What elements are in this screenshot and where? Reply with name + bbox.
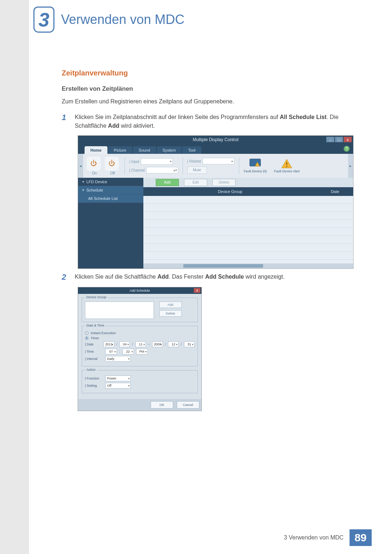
input-select[interactable]: ▾ <box>141 158 173 165</box>
chevron-down-icon: ▾ <box>170 160 172 163</box>
interval-select[interactable]: Daily▾ <box>105 356 131 362</box>
section-heading: Zeitplanverwaltung <box>62 69 359 77</box>
setting-label: | Setting <box>85 384 103 387</box>
ok-button[interactable]: OK <box>151 401 173 409</box>
device-add-button[interactable]: Add <box>159 301 182 308</box>
add-schedule-dialog-screenshot: Add Schedule x Device Group Add Delete D… <box>78 287 202 411</box>
tab-picture[interactable]: Picture <box>108 146 132 154</box>
spinner-icon: ▸ <box>232 159 233 163</box>
radio-instant-execution[interactable] <box>85 331 89 335</box>
subsection-heading: Erstellen von Zeitplänen <box>62 85 359 93</box>
action-button-row: Add Edit Delete <box>143 178 353 187</box>
column-device-group: Device Group <box>143 189 317 194</box>
chapter-number-badge: 3 <box>33 7 54 33</box>
left-margin-strip <box>0 0 29 554</box>
setting-select[interactable]: Off▾ <box>105 383 131 389</box>
page-footer: 3 Verwenden von MDC 89 <box>284 529 372 546</box>
tab-system[interactable]: System <box>157 146 182 154</box>
sidebar-item-schedule[interactable]: ▾Schedule <box>78 186 143 194</box>
channel-spinner[interactable]: ▴▾ <box>146 167 178 173</box>
tab-sound[interactable]: Sound <box>133 146 156 154</box>
power-on-button[interactable]: ⏻ <box>87 157 101 171</box>
device-delete-button[interactable]: Delete <box>159 310 182 317</box>
sidebar-item-all-schedule-list[interactable]: All Schedule List <box>78 194 143 203</box>
function-select[interactable]: Power▾ <box>105 376 131 381</box>
tab-home[interactable]: Home <box>85 146 107 154</box>
add-button[interactable]: Add <box>156 179 179 186</box>
dialog-footer: OK Cancel <box>78 399 201 411</box>
step-2-text: Klicken Sie auf die Schaltfläche Add. Da… <box>75 272 285 282</box>
dialog-title: Add Schedule <box>130 289 150 292</box>
device-group-legend: Device Group <box>85 295 108 299</box>
date-month-start[interactable]: 04▾ <box>119 341 130 347</box>
scrollbar-thumb[interactable] <box>183 264 263 268</box>
step-number-1: 1 <box>62 113 70 130</box>
horizontal-scrollbar[interactable] <box>143 263 353 268</box>
date-time-fieldset: Date & Time Instant Execution Timer | Da… <box>82 326 198 366</box>
power-on-label: On <box>87 171 102 175</box>
tab-tool[interactable]: Tool <box>182 146 201 154</box>
svg-point-2 <box>286 166 287 167</box>
spinner-icon: ▴▾ <box>173 168 177 172</box>
triangle-down-icon: ▾ <box>82 180 84 184</box>
action-legend: Action <box>85 368 97 372</box>
device-group-list[interactable] <box>85 301 154 319</box>
power-off-label: Off <box>105 171 120 175</box>
time-ampm[interactable]: PM▾ <box>136 349 148 354</box>
intro-paragraph: Zum Erstellen und Registrieren eines Zei… <box>62 98 359 106</box>
toolbar-separator <box>239 157 239 174</box>
window-title: Multiple Display Control <box>78 137 353 142</box>
maximize-button[interactable]: □ <box>335 137 343 142</box>
action-fieldset: Action | Function Power▾ | Setting Off▾ <box>82 370 198 393</box>
window-titlebar: Multiple Display Control – □ x <box>78 136 353 144</box>
date-day-end[interactable]: 31▾ <box>184 341 195 347</box>
date-day-start[interactable]: 11▾ <box>135 341 146 347</box>
date-label: | Date <box>85 342 101 346</box>
minimize-button[interactable]: – <box>326 137 334 142</box>
volume-label: | Volume <box>187 159 201 163</box>
footer-text: 3 Verwenden von MDC <box>284 534 344 541</box>
time-minute[interactable]: 22▾ <box>122 349 134 354</box>
toolbar-scroll-right[interactable]: ▸ <box>348 154 353 178</box>
column-date: Date <box>317 189 353 194</box>
dialog-close-button[interactable]: x <box>194 288 200 293</box>
mdc-main-window-screenshot: Multiple Display Control – □ x Home Pict… <box>78 135 354 269</box>
side-panel: ▾LFD Device ▾Schedule All Schedule List <box>78 178 143 268</box>
instant-execution-label: Instant Execution <box>91 331 116 335</box>
volume-spinner[interactable]: ▸ <box>203 158 234 164</box>
toolbar-separator <box>183 157 183 174</box>
timer-label: Timer <box>91 336 99 340</box>
power-group: ⏻ On ⏻ Off <box>87 157 120 175</box>
schedule-grid <box>143 196 353 263</box>
date-range-separator: ~ <box>148 342 150 346</box>
radio-timer[interactable] <box>85 336 89 340</box>
date-time-legend: Date & Time <box>85 324 106 327</box>
power-off-button[interactable]: ⏻ <box>105 157 119 171</box>
toolbar-scroll-left[interactable]: ◂ <box>78 154 83 178</box>
column-header-row: Device Group Date <box>143 187 353 196</box>
time-label: | Time <box>85 350 103 353</box>
mute-button[interactable]: Mute <box>187 167 207 174</box>
date-month-end[interactable]: 12▾ <box>168 341 179 347</box>
date-year-start[interactable]: 2011▾ <box>103 341 114 347</box>
device-group-fieldset: Device Group Add Delete <box>82 297 198 322</box>
edit-button[interactable]: Edit <box>184 179 207 186</box>
toolbar: ◂ ⏻ On ⏻ Off <box>78 154 353 178</box>
sidebar-item-lfd-device[interactable]: ▾LFD Device <box>78 178 143 186</box>
step-number-2: 2 <box>62 272 70 282</box>
input-label: | Input <box>129 160 139 164</box>
time-hour[interactable]: 07▾ <box>105 349 117 354</box>
help-icon[interactable]: ? <box>344 146 350 152</box>
toolbar-separator <box>124 157 125 174</box>
channel-label: | Channel <box>129 168 145 172</box>
date-year-end[interactable]: 2009▾ <box>152 341 163 347</box>
triangle-down-icon: ▾ <box>82 188 84 192</box>
warning-triangle-icon <box>281 159 293 169</box>
chapter-header: 3 Verwenden von MDC <box>33 7 184 33</box>
delete-button[interactable]: Delete <box>212 179 236 186</box>
fault-device-item[interactable]: Fault Device (0) <box>244 159 267 173</box>
cancel-button[interactable]: Cancel <box>177 401 199 409</box>
close-button[interactable]: x <box>344 137 352 142</box>
step-1-text: Klicken Sie im Zeitplanabschnitt auf der… <box>75 113 359 130</box>
fault-alert-item[interactable]: Fault Device Alert <box>274 159 300 173</box>
